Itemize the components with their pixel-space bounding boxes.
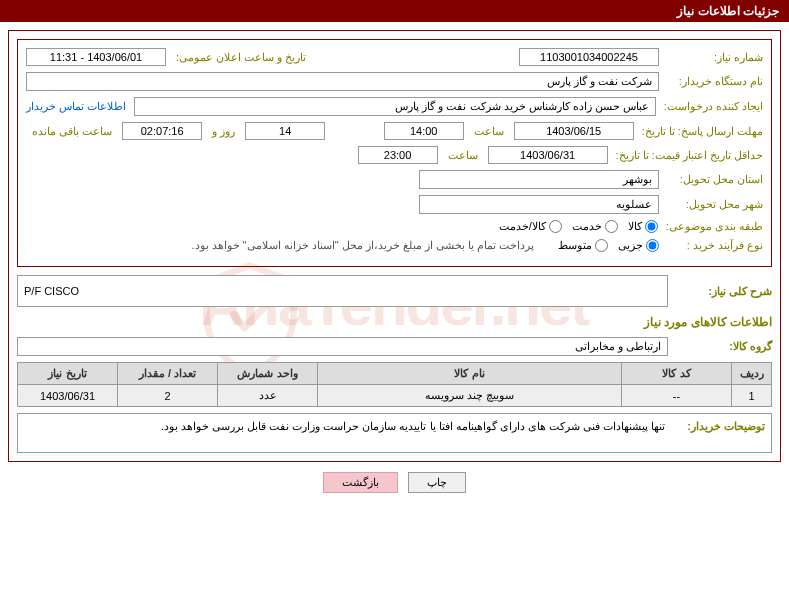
radio-goods-service[interactable]: کالا/خدمت <box>499 220 562 233</box>
back-button[interactable]: بازگشت <box>323 472 398 493</box>
remarks-label: توضیحات خریدار: <box>665 420 765 433</box>
main-container: شماره نیاز: 1103001034002245 تاریخ و ساع… <box>8 30 781 462</box>
row-need-number: شماره نیاز: 1103001034002245 تاریخ و ساع… <box>26 48 763 66</box>
th-unit: واحد شمارش <box>218 363 318 385</box>
td-unit: عدد <box>218 385 318 407</box>
page-title: جزئیات اطلاعات نیاز <box>677 4 779 18</box>
td-date: 1403/06/31 <box>18 385 118 407</box>
radio-medium-label: متوسط <box>558 239 592 252</box>
purchase-type-radio-group: جزیی متوسط <box>558 239 659 252</box>
table-row: 1 -- سوییچ چند سرویسه عدد 2 1403/06/31 <box>18 385 772 407</box>
buyer-contact-link[interactable]: اطلاعات تماس خریدار <box>26 100 130 113</box>
purchase-note: پرداخت تمام یا بخشی از مبلغ خرید،از محل … <box>191 239 534 252</box>
radio-service-label: خدمت <box>572 220 602 233</box>
goods-info-title: اطلاعات کالاهای مورد نیاز <box>17 315 772 329</box>
row-price-validity: حداقل تاریخ اعتبار قیمت: تا تاریخ: 1403/… <box>26 146 763 164</box>
requester-value: عباس حسن زاده کارشناس خرید شرکت نفت و گا… <box>134 97 656 116</box>
remarks-box: توضیحات خریدار: تنها پیشنهادات فنی شرکت … <box>17 413 772 453</box>
need-number-label: شماره نیاز: <box>663 51 763 64</box>
radio-goods-service-input[interactable] <box>549 220 562 233</box>
radio-goods-label: کالا <box>628 220 642 233</box>
radio-partial[interactable]: جزیی <box>618 239 659 252</box>
general-desc-value: P/F CISCO <box>17 275 668 307</box>
td-row: 1 <box>732 385 772 407</box>
radio-goods-input[interactable] <box>645 220 658 233</box>
announce-date-label: تاریخ و ساعت اعلان عمومی: <box>170 51 312 64</box>
category-label: طبقه بندی موضوعی: <box>662 220 763 233</box>
row-category: طبقه بندی موضوعی: کالا خدمت کالا/خدمت <box>26 220 763 233</box>
response-deadline-label: مهلت ارسال پاسخ: تا تاریخ: <box>638 125 763 138</box>
time-label-1: ساعت <box>468 125 510 138</box>
td-name: سوییچ چند سرویسه <box>318 385 622 407</box>
announce-date-value: 1403/06/01 - 11:31 <box>26 48 166 66</box>
buyer-org-value: شرکت نفت و گاز پارس <box>26 72 659 91</box>
price-validity-time: 23:00 <box>358 146 438 164</box>
row-goods-group: گروه کالا: ارتباطی و مخابراتی <box>17 337 772 356</box>
response-deadline-time: 14:00 <box>384 122 464 140</box>
price-validity-label: حداقل تاریخ اعتبار قیمت: تا تاریخ: <box>612 149 763 162</box>
row-delivery-city: شهر محل تحویل: عسلویه <box>26 195 763 214</box>
th-code: کد کالا <box>622 363 732 385</box>
row-purchase-type: نوع فرآیند خرید : جزیی متوسط پرداخت تمام… <box>26 239 763 252</box>
th-row: ردیف <box>732 363 772 385</box>
table-header-row: ردیف کد کالا نام کالا واحد شمارش تعداد /… <box>18 363 772 385</box>
category-radio-group: کالا خدمت کالا/خدمت <box>499 220 658 233</box>
td-code: -- <box>622 385 732 407</box>
goods-table: ردیف کد کالا نام کالا واحد شمارش تعداد /… <box>17 362 772 407</box>
delivery-city-label: شهر محل تحویل: <box>663 198 763 211</box>
radio-partial-input[interactable] <box>646 239 659 252</box>
goods-group-label: گروه کالا: <box>672 340 772 353</box>
requester-label: ایجاد کننده درخواست: <box>660 100 763 113</box>
remaining-label: ساعت باقی مانده <box>26 125 118 138</box>
details-box: شماره نیاز: 1103001034002245 تاریخ و ساع… <box>17 39 772 267</box>
remarks-text: تنها پیشنهادات فنی شرکت های دارای گواهین… <box>161 420 665 433</box>
delivery-province-label: استان محل تحویل: <box>663 173 763 186</box>
row-response-deadline: مهلت ارسال پاسخ: تا تاریخ: 1403/06/15 سا… <box>26 122 763 140</box>
th-qty: تعداد / مقدار <box>118 363 218 385</box>
radio-service[interactable]: خدمت <box>572 220 618 233</box>
row-buyer-org: نام دستگاه خریدار: شرکت نفت و گاز پارس <box>26 72 763 91</box>
radio-goods-service-label: کالا/خدمت <box>499 220 546 233</box>
need-number-value: 1103001034002245 <box>519 48 659 66</box>
th-name: نام کالا <box>318 363 622 385</box>
response-deadline-date: 1403/06/15 <box>514 122 634 140</box>
row-general-desc: شرح کلی نیاز: P/F CISCO <box>17 275 772 307</box>
radio-medium-input[interactable] <box>595 239 608 252</box>
days-label: روز و <box>206 125 241 138</box>
radio-service-input[interactable] <box>605 220 618 233</box>
page-header: جزئیات اطلاعات نیاز <box>0 0 789 22</box>
days-remaining: 14 <box>245 122 325 140</box>
row-delivery-province: استان محل تحویل: بوشهر <box>26 170 763 189</box>
row-requester: ایجاد کننده درخواست: عباس حسن زاده کارشن… <box>26 97 763 116</box>
delivery-province-value: بوشهر <box>419 170 659 189</box>
buyer-org-label: نام دستگاه خریدار: <box>663 75 763 88</box>
goods-group-value: ارتباطی و مخابراتی <box>17 337 668 356</box>
time-label-2: ساعت <box>442 149 484 162</box>
td-qty: 2 <box>118 385 218 407</box>
radio-partial-label: جزیی <box>618 239 643 252</box>
button-bar: چاپ بازگشت <box>0 472 789 493</box>
general-desc-label: شرح کلی نیاز: <box>672 285 772 298</box>
purchase-type-label: نوع فرآیند خرید : <box>663 239 763 252</box>
th-date: تاریخ نیاز <box>18 363 118 385</box>
remaining-time: 02:07:16 <box>122 122 202 140</box>
radio-medium[interactable]: متوسط <box>558 239 608 252</box>
radio-goods[interactable]: کالا <box>628 220 658 233</box>
print-button[interactable]: چاپ <box>408 472 466 493</box>
price-validity-date: 1403/06/31 <box>488 146 608 164</box>
delivery-city-value: عسلویه <box>419 195 659 214</box>
